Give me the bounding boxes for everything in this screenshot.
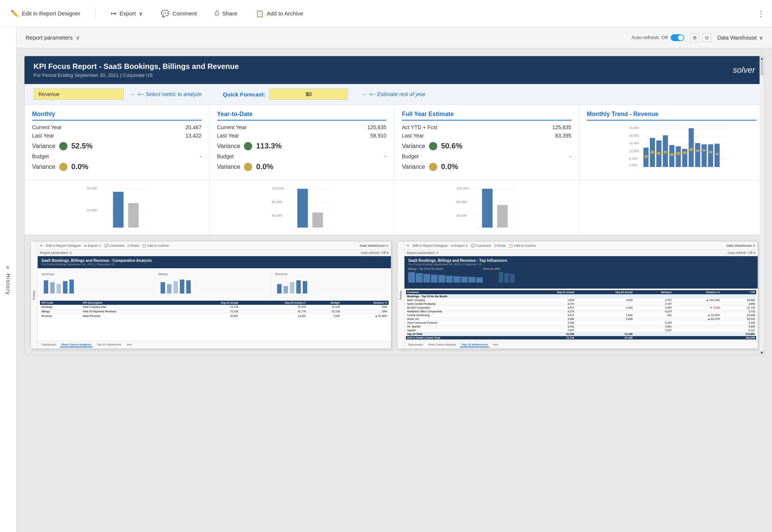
history-panel[interactable]: » History [0,27,17,532]
td-grand-total-var-pct [673,336,721,340]
monthly-variance-row: Variance 52.5% [32,142,202,150]
main-report-card: ▲ ▼ KPI Focus Report - SaaS Bookings, Bi… [24,56,764,355]
th-sep20: Sep-20 Actual LY [240,301,308,305]
thumb-history-panel-1[interactable]: History [31,242,38,349]
svg-rect-77 [416,273,423,283]
td-bluth-ytd: 43,650 [721,298,756,302]
monthly-title: Monthly [32,111,202,121]
thumb-bar-group-bookings: Bookings [40,271,155,298]
params-arrow-icon: ∨ [76,34,80,41]
table-view-icon[interactable]: ⊟ [702,33,711,42]
td-bookings-var: 25% [341,305,389,309]
fy-cy-value: 125,635 [552,124,571,130]
svg-text:16,000: 16,000 [629,141,639,145]
svg-rect-68 [173,281,178,294]
svg-text:20,000: 20,000 [629,134,639,138]
table-row: Bookings - Top 10 for the Month [406,294,756,298]
thumb-dw-label-2: Data Warehouse ∨ [726,244,755,248]
tab-root-cause-1[interactable]: Root Cause Analysis [60,342,93,347]
td-top10-var [634,332,673,336]
td-acme-sep20: 2,049 [575,317,634,321]
kpi-section-full-year: Full Year Estimate Act YTD + Fcst 125,63… [394,105,579,180]
export-icon: ↦ [111,9,116,18]
data-warehouse-button[interactable]: Data Warehouse ∨ [717,35,763,41]
tab-info-2[interactable]: Info [492,342,499,347]
thumb-influencers-subtitle: For Period Ending September 30, 2021 | C… [408,263,754,266]
report-params-button[interactable]: Report parameters ∨ [26,34,80,41]
thumb-comparative-title: SaaS Bookings, Billings and Revenue - Co… [41,258,387,263]
svg-text:8,000: 8,000 [629,157,637,161]
monthly-mini-chart-svg: 20,000 10,000 [31,184,203,229]
metric-input[interactable] [34,89,124,100]
scroll-down-arrow[interactable]: ▼ [760,350,764,355]
thumb-comparative-bars: Bookings [40,271,389,298]
svg-rect-61 [44,280,48,294]
table-row: Bluth Company 1,820 3,620 4,787 ▲ 154.13… [406,298,756,302]
table-row: North Central Pentawise 4,747 4,747 4,95… [406,302,756,306]
svg-point-29 [677,152,680,155]
tab-info-1[interactable]: Info [125,342,133,347]
table-row: Revenue SaaS Revenue 20,467 13,422 7,043… [40,314,389,318]
select-metric-text: <-- Select metric to analyze [138,91,202,97]
td-napalm-var-pct [673,329,721,332]
thumb-share-label-1: ⎙ Share [127,244,139,248]
ytd-current-year-row: Current Year 125,635 [217,124,387,130]
svg-point-33 [703,149,705,151]
share-button[interactable]: ⎙ Share [212,8,240,19]
td-acme: Acme, Inc. [406,317,517,321]
th-sep20-actual: Sep-20 Actual [575,290,634,294]
fy-variance2-label: Variance [402,164,425,170]
td-central-ytd: 23,034 [721,313,756,317]
tab-dashboard-2[interactable]: Dashboard [407,342,424,347]
thumb-export-label-2: ↦ Export ∨ [451,244,468,248]
svg-text:120,000: 120,000 [456,187,469,190]
scroll-up-arrow[interactable]: ▲ [760,56,764,61]
tab-dashboard-1[interactable]: Dashboard [40,342,58,347]
thumb-revenue-chart [275,277,387,295]
report-subtitle: For Period Ending September 30, 2021 | C… [34,72,239,78]
td-omni-sep20 [575,321,634,325]
td-grand-total-label: Drill to Detail | Grand Total [406,336,517,340]
svg-rect-62 [50,282,55,294]
thumb-influencers-tabs: Dashboard Root Cause Analysis Top 10 Inf… [404,341,758,349]
tab-top10-2[interactable]: Top 10 Influencers [460,342,489,347]
svg-rect-73 [290,282,294,294]
fy-variance2-pct: 0.0% [441,162,458,171]
grid-view-icon[interactable]: ⊞ [690,33,699,42]
thumb-archive-label-1: 📋 Add to Archive [142,244,169,248]
fy-mini-chart-svg: 120,000 80,000 40,000 [400,184,573,229]
td-revenue-desc: SaaS Revenue [81,314,182,318]
monthly-cy-label: Current Year [32,124,62,130]
comment-button[interactable]: 💬 Comment [158,8,200,19]
td-central-sep20: 1,630 [575,313,634,317]
td-grand-total-sep20: 37,156 [575,336,634,340]
fy-current-year-row: Act YTD + Fcst 125,635 [402,124,571,130]
thumb-report-params-1: Report parameters ∨ [40,251,72,255]
scroll-thumb[interactable] [760,61,763,76]
thumb-influencers-table: Customer Sep-21 Actual Sep-20 Actual Var… [406,290,756,339]
svg-rect-87 [504,273,509,283]
auto-refresh-toggle[interactable] [671,34,684,41]
estimate-arrow-icon: ← [361,91,367,97]
export-button[interactable]: ↦ Export ∨ [108,8,146,19]
td-revenue-sep20: 13,422 [240,314,308,318]
table-row: Multiblock Office Components 4,273 4,273… [406,310,756,313]
monthly-variance2-dot [59,163,67,171]
svg-rect-19 [688,128,694,167]
trend-title: Monthly Trend - Revenue [587,111,757,121]
thumb-history-panel-2[interactable]: History [398,242,404,349]
tab-top10-1[interactable]: Top 10 Influencers [95,342,123,347]
more-options-icon[interactable]: ⋮ [757,9,764,18]
report-header: KPI Focus Report - SaaS Bookings, Billin… [25,56,764,84]
th-var-pct: Variance % [341,301,389,305]
tab-root-cause-2[interactable]: Root Cause Analysis [427,342,458,347]
monthly-last-year-row: Last Year 13,422 [32,133,202,139]
mini-chart-empty [579,180,764,234]
td-bland-sep20: 4,418 [575,306,634,310]
edit-report-button[interactable]: ✏️ Edit in Report Designer [8,8,83,19]
td-acme-var [634,317,673,321]
td-revenue-sep21: 20,467 [183,314,240,318]
forecast-input[interactable] [269,89,348,100]
archive-button[interactable]: 📋 Add to Archive [253,8,306,19]
td-central-sep21: 3,971 [517,313,575,317]
